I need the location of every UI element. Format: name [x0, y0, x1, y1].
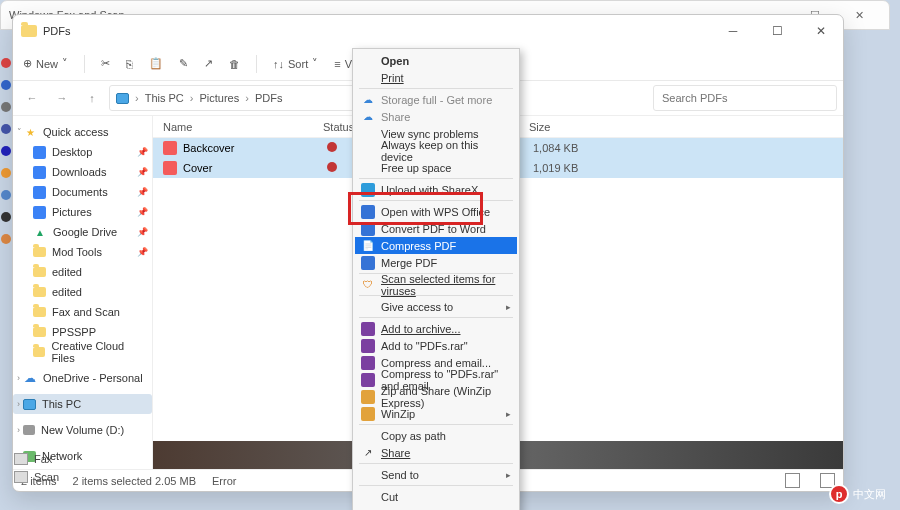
paste-icon[interactable]: 📋	[149, 57, 163, 70]
tb-icon[interactable]	[1, 212, 11, 222]
pdf-icon	[163, 141, 177, 155]
file-name: Backcover	[183, 142, 327, 154]
sidebar-item-desktop[interactable]: Desktop📌	[13, 142, 152, 162]
sort-button[interactable]: ↑↓ Sort ˅	[273, 57, 318, 70]
php-logo-icon: p	[829, 484, 849, 504]
tb-icon[interactable]	[1, 234, 11, 244]
file-size: 1,019 KB	[523, 162, 578, 174]
ctx-send-to[interactable]: Send to▸	[355, 466, 517, 483]
sidebar-item-pictures[interactable]: Pictures📌	[13, 202, 152, 222]
ctx-merge-pdf[interactable]: Merge PDF	[355, 254, 517, 271]
breadcrumb-pdfs[interactable]: PDFs	[255, 92, 283, 104]
fax-tab[interactable]: Fax	[14, 450, 94, 468]
sidebar-item-ccfiles[interactable]: Creative Cloud Files	[13, 342, 152, 362]
sidebar-item-documents[interactable]: Documents📌	[13, 182, 152, 202]
sidebar-item-faxscan[interactable]: Fax and Scan	[13, 302, 152, 322]
ctx-share-onedrive[interactable]: ☁Share	[355, 108, 517, 125]
sidebar-item-modtools[interactable]: Mod Tools📌	[13, 242, 152, 262]
ctx-copy[interactable]: Copy	[355, 505, 517, 510]
breadcrumb-thispc[interactable]: This PC	[145, 92, 184, 104]
sidebar-item-ppsspp[interactable]: PPSSPP	[13, 322, 152, 342]
col-size[interactable]: Size	[519, 121, 843, 133]
breadcrumb-pictures[interactable]: Pictures	[199, 92, 239, 104]
up-button[interactable]: ↑	[79, 85, 105, 111]
copy-icon[interactable]: ⎘	[126, 58, 133, 70]
ctx-cut[interactable]: Cut	[355, 488, 517, 505]
view-details-icon[interactable]	[785, 473, 800, 488]
titlebar[interactable]: PDFs ─ ☐ ✕	[13, 15, 843, 47]
tb-icon[interactable]	[1, 190, 11, 200]
back-button[interactable]: ←	[19, 85, 45, 111]
pc-icon	[116, 93, 129, 104]
tb-icon[interactable]	[1, 80, 11, 90]
ctx-winzip[interactable]: WinZip▸	[355, 405, 517, 422]
sidebar-item-gdrive[interactable]: ▲Google Drive📌	[13, 222, 152, 242]
tb-icon[interactable]	[1, 58, 11, 68]
watermark-text: 中文网	[853, 487, 886, 502]
file-size: 1,084 KB	[523, 142, 578, 154]
sidebar-onedrive[interactable]: ›☁OneDrive - Personal	[13, 368, 152, 388]
sidebar-thispc[interactable]: ›This PC	[13, 394, 152, 414]
ctx-scan-virus[interactable]: 🛡Scan selected items for viruses	[355, 276, 517, 293]
ctx-convert-word[interactable]: Convert PDF to Word	[355, 220, 517, 237]
ctx-give-access[interactable]: Give access to▸	[355, 298, 517, 315]
ctx-add-pdfs-rar[interactable]: Add to "PDFs.rar"	[355, 337, 517, 354]
forward-button[interactable]: →	[49, 85, 75, 111]
ctx-keep-device[interactable]: Always keep on this device	[355, 142, 517, 159]
maximize-button[interactable]: ☐	[755, 16, 799, 46]
tb-icon[interactable]	[1, 102, 11, 112]
ctx-print[interactable]: Print	[355, 69, 517, 86]
file-name: Cover	[183, 162, 327, 174]
sidebar-newvolume[interactable]: ›New Volume (D:)	[13, 420, 152, 440]
pdf-icon	[163, 161, 177, 175]
ctx-zip-share[interactable]: Zip and Share (WinZip Express)	[355, 388, 517, 405]
navigation-pane: ˅★Quick access Desktop📌 Downloads📌 Docum…	[13, 116, 153, 469]
col-name[interactable]: Name	[163, 121, 323, 133]
sidebar-item-edited2[interactable]: edited	[13, 282, 152, 302]
tb-icon[interactable]	[1, 168, 11, 178]
ctx-compress-pdf[interactable]: 📄Compress PDF	[355, 237, 517, 254]
tb-icon[interactable]	[1, 146, 11, 156]
ctx-wps-open[interactable]: Open with WPS Office	[355, 203, 517, 220]
ctx-sharex[interactable]: Upload with ShareX	[355, 181, 517, 198]
fax-scan-sidebar: Fax Scan	[14, 450, 94, 486]
search-input[interactable]	[653, 85, 837, 111]
ctx-open[interactable]: Open	[355, 52, 517, 69]
taskbar-left	[0, 52, 12, 412]
tb-icon[interactable]	[1, 124, 11, 134]
scan-tab[interactable]: Scan	[14, 468, 94, 486]
delete-icon[interactable]: 🗑	[229, 58, 240, 70]
ctx-storage-full[interactable]: ☁Storage full - Get more	[355, 91, 517, 108]
status-error: Error	[212, 475, 236, 487]
close-button[interactable]: ✕	[799, 16, 843, 46]
ctx-copy-path[interactable]: Copy as path	[355, 427, 517, 444]
rename-icon[interactable]: ✎	[179, 57, 188, 70]
sidebar-item-edited[interactable]: edited	[13, 262, 152, 282]
minimize-button[interactable]: ─	[711, 16, 755, 46]
context-menu: Open Print ☁Storage full - Get more ☁Sha…	[352, 48, 520, 510]
watermark: p 中文网	[829, 484, 886, 504]
ctx-share[interactable]: ↗Share	[355, 444, 517, 461]
cut-icon[interactable]: ✂	[101, 57, 110, 70]
new-button[interactable]: ⊕ New ˅	[23, 57, 68, 70]
ctx-free-space[interactable]: Free up space	[355, 159, 517, 176]
sidebar-quick-access[interactable]: ˅★Quick access	[13, 122, 152, 142]
share-icon[interactable]: ↗	[204, 57, 213, 70]
window-title: PDFs	[43, 25, 711, 37]
folder-icon	[21, 25, 37, 37]
ctx-add-archive[interactable]: Add to archive...	[355, 320, 517, 337]
sidebar-item-downloads[interactable]: Downloads📌	[13, 162, 152, 182]
